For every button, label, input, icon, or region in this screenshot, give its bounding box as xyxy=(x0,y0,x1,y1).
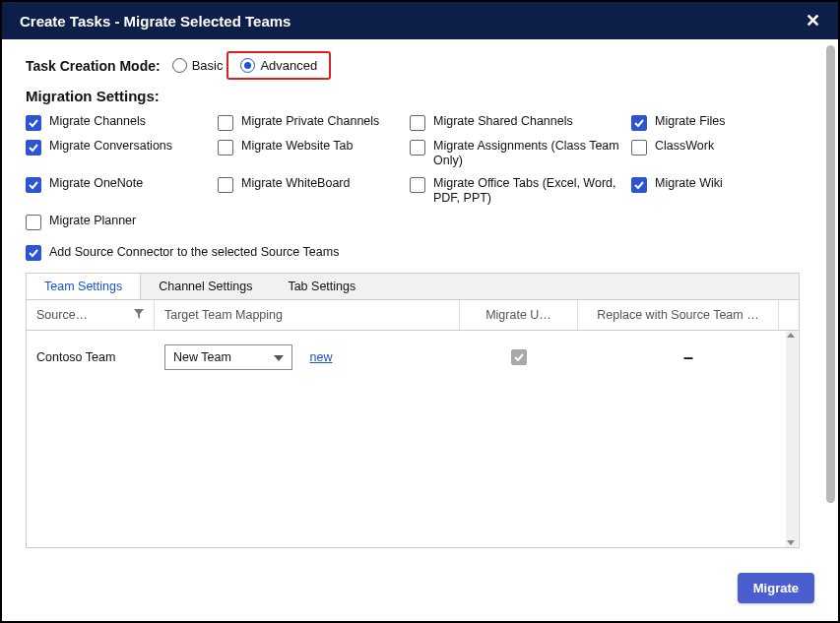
cb-migrate-wiki[interactable]: Migrate Wiki xyxy=(631,176,799,206)
cb-migrate-files[interactable]: Migrate Files xyxy=(631,114,799,131)
checkbox-icon xyxy=(26,245,41,261)
col-spacer xyxy=(779,300,799,330)
col-source[interactable]: Source… xyxy=(27,300,155,330)
col-replace[interactable]: Replace with Source Team … xyxy=(578,300,779,330)
tab-channel-settings[interactable]: Channel Settings xyxy=(141,274,270,299)
settings-tabs: Team Settings Channel Settings Tab Setti… xyxy=(26,273,800,548)
cb-classwork[interactable]: ClassWork xyxy=(631,139,799,168)
chevron-down-icon xyxy=(274,350,284,364)
tabs-bar: Team Settings Channel Settings Tab Setti… xyxy=(27,274,799,300)
cb-label: Migrate Office Tabs (Excel, Word, PDF, P… xyxy=(433,176,631,206)
mode-advanced-label: Advanced xyxy=(260,58,317,73)
cb-label: Migrate Private Channels xyxy=(241,114,379,129)
cb-label: Migrate WhiteBoard xyxy=(241,176,350,191)
col-migrate-users[interactable]: Migrate U… xyxy=(460,300,578,330)
cb-migrate-channels[interactable]: Migrate Channels xyxy=(26,114,218,131)
cb-label: Migrate OneNote xyxy=(49,176,143,191)
cb-migrate-onenote[interactable]: Migrate OneNote xyxy=(26,176,218,206)
cb-label: Migrate Website Tab xyxy=(241,139,353,154)
checkbox-icon xyxy=(631,140,647,156)
cb-migrate-shared[interactable]: Migrate Shared Channels xyxy=(410,114,631,131)
dialog-footer: Migrate xyxy=(2,563,838,621)
cell-source-team: Contoso Team xyxy=(27,344,155,370)
cb-label: Migrate Assignments (Class Team Only) xyxy=(433,139,631,168)
cb-migrate-conversations[interactable]: Migrate Conversations xyxy=(26,139,218,168)
cb-label: ClassWork xyxy=(655,139,714,154)
cb-migrate-office-tabs[interactable]: Migrate Office Tabs (Excel, Word, PDF, P… xyxy=(410,176,631,206)
cb-migrate-private[interactable]: Migrate Private Channels xyxy=(218,114,410,131)
col-replace-label: Replace with Source Team … xyxy=(597,308,758,322)
dialog-create-tasks: Create Tasks - Migrate Selected Teams ✕ … xyxy=(0,0,840,623)
radio-icon xyxy=(172,58,187,73)
grid-scrollbar-track[interactable] xyxy=(786,331,798,547)
cb-source-connector[interactable]: Add Source Connector to the selected Sou… xyxy=(26,244,800,261)
grid-header: Source… Target Team Mapping Migrate U… R… xyxy=(27,300,799,331)
checkbox-icon xyxy=(26,177,41,193)
migrate-button[interactable]: Migrate xyxy=(738,573,814,603)
cb-label: Migrate Channels xyxy=(49,114,146,129)
tab-tab-settings[interactable]: Tab Settings xyxy=(270,274,373,299)
cell-replace: – xyxy=(578,342,799,374)
mode-label: Task Creation Mode: xyxy=(26,58,161,74)
checkbox-icon xyxy=(631,115,647,131)
dialog-scrollbar[interactable] xyxy=(826,45,835,503)
dialog-title: Create Tasks - Migrate Selected Teams xyxy=(20,13,291,30)
target-select[interactable]: New Team xyxy=(164,344,292,370)
cb-label: Migrate Wiki xyxy=(655,176,723,191)
checkbox-icon xyxy=(511,349,527,365)
content: Task Creation Mode: Basic Advanced Migra… xyxy=(2,41,823,558)
close-icon[interactable]: ✕ xyxy=(806,12,820,30)
filter-icon[interactable] xyxy=(134,308,144,322)
table-row: Contoso Team New Team new xyxy=(27,331,799,384)
dialog-header: Create Tasks - Migrate Selected Teams ✕ xyxy=(2,2,838,39)
checkbox-icon xyxy=(631,177,647,193)
cb-label: Add Source Connector to the selected Sou… xyxy=(49,245,339,260)
cb-label: Migrate Conversations xyxy=(49,139,172,154)
scroll-down-icon[interactable] xyxy=(787,540,795,545)
grid-body: Contoso Team New Team new xyxy=(27,331,799,547)
target-select-value: New Team xyxy=(173,350,231,364)
cell-migrate-users[interactable] xyxy=(460,343,578,371)
mode-advanced-radio[interactable]: Advanced xyxy=(236,56,321,75)
cb-label: Migrate Planner xyxy=(49,214,136,228)
checkbox-icon xyxy=(410,177,425,193)
col-target[interactable]: Target Team Mapping xyxy=(155,300,460,330)
col-target-label: Target Team Mapping xyxy=(164,308,283,322)
mode-basic-radio[interactable]: Basic xyxy=(168,56,227,75)
new-link[interactable]: new xyxy=(309,350,332,364)
checkbox-icon xyxy=(218,115,233,131)
cb-migrate-whiteboard[interactable]: Migrate WhiteBoard xyxy=(218,176,410,206)
cb-migrate-planner[interactable]: Migrate Planner xyxy=(26,214,218,230)
col-source-label: Source… xyxy=(36,308,88,322)
scroll-up-icon[interactable] xyxy=(787,333,795,338)
cb-label: Migrate Files xyxy=(655,114,726,129)
mode-basic-label: Basic xyxy=(192,58,224,73)
cb-migrate-website[interactable]: Migrate Website Tab xyxy=(218,139,410,168)
checkbox-icon xyxy=(26,140,41,156)
checkbox-icon xyxy=(218,177,233,193)
tab-team-settings[interactable]: Team Settings xyxy=(27,274,141,299)
migration-settings-heading: Migration Settings: xyxy=(26,88,800,104)
cb-label: Migrate Shared Channels xyxy=(433,114,573,129)
checkbox-icon xyxy=(410,140,425,156)
dialog-body: Task Creation Mode: Basic Advanced Migra… xyxy=(2,41,838,621)
checkbox-icon xyxy=(26,115,41,131)
highlight-advanced: Advanced xyxy=(226,51,331,80)
migration-settings-grid: Migrate Channels Migrate Private Channel… xyxy=(26,114,800,230)
checkbox-icon xyxy=(410,115,425,131)
cell-target-mapping: New Team new xyxy=(155,339,460,376)
col-migrate-label: Migrate U… xyxy=(485,308,551,322)
cb-migrate-assignments[interactable]: Migrate Assignments (Class Team Only) xyxy=(410,139,631,168)
radio-icon xyxy=(240,58,255,73)
task-creation-mode-row: Task Creation Mode: Basic Advanced xyxy=(26,51,800,80)
checkbox-icon xyxy=(218,140,233,156)
checkbox-icon xyxy=(26,215,41,230)
